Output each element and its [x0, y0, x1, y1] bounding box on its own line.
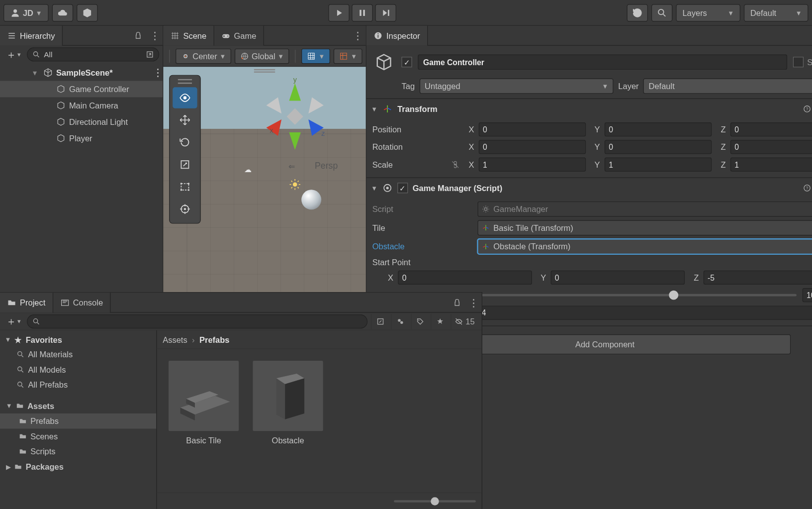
rotation-z[interactable]	[730, 140, 812, 154]
static-toggle[interactable]: Static ▼	[793, 57, 812, 67]
scale-y[interactable]	[605, 158, 712, 172]
active-checkbox[interactable]	[401, 57, 412, 67]
collapse-icon[interactable]: ▼	[371, 185, 377, 192]
rotation-x[interactable]	[479, 140, 586, 154]
projection-label[interactable]: Persp	[315, 160, 338, 170]
gameobject-name-field[interactable]	[418, 54, 787, 70]
scene-menu-icon[interactable]: ⋮	[153, 66, 163, 79]
startpoint-x[interactable]	[398, 271, 532, 285]
create-dropdown[interactable]: ＋▾	[3, 47, 23, 61]
global-search-button[interactable]	[651, 4, 672, 21]
no-obstacles-value[interactable]	[478, 305, 812, 319]
hierarchy-item-game-controller[interactable]: Game Controller	[0, 81, 163, 97]
asset-basic-tile[interactable]: Basic Tile	[169, 361, 239, 445]
scale-z[interactable]	[730, 158, 812, 172]
crumb-prefabs[interactable]: Prefabs	[199, 335, 229, 344]
undo-history-button[interactable]	[627, 4, 648, 21]
folder-scenes[interactable]: Scenes	[0, 429, 156, 444]
rotate-tool[interactable]	[173, 132, 197, 153]
lock-icon[interactable]	[449, 294, 465, 310]
rotation-y[interactable]	[605, 140, 712, 154]
folder-prefabs[interactable]: Prefabs	[0, 413, 156, 429]
package-button[interactable]	[77, 4, 97, 21]
tab-console[interactable]: Console	[53, 293, 111, 312]
transform-tool[interactable]	[173, 199, 197, 219]
obstacle-field[interactable]: Obstacle (Transform) ⊙	[478, 239, 812, 254]
help-icon[interactable]: ?	[803, 184, 811, 192]
panel-menu-icon[interactable]: ⋮	[146, 27, 163, 44]
project-create-dropdown[interactable]: ＋▾	[3, 314, 23, 328]
position-y[interactable]	[605, 122, 712, 136]
help-icon[interactable]: ?	[803, 105, 811, 113]
static-checkbox[interactable]	[793, 57, 804, 67]
favorites-header[interactable]: ▼★ Favorites	[0, 333, 156, 347]
hierarchy-item-main-camera[interactable]: Main Camera	[0, 97, 163, 113]
view-tool[interactable]	[173, 87, 197, 108]
filter-by-type-icon[interactable]	[391, 313, 409, 329]
overlay-drag-handle[interactable]	[254, 69, 275, 73]
pause-button[interactable]	[352, 4, 372, 21]
tab-inspector[interactable]: Inspector	[366, 25, 428, 45]
hidden-toggle[interactable]: 15	[451, 313, 478, 329]
collapse-icon[interactable]: ▼	[371, 105, 377, 112]
svg-point-7	[185, 55, 186, 56]
packages-folder[interactable]: ▶Packages	[0, 459, 156, 475]
scale-tool[interactable]	[173, 154, 197, 175]
move-tool[interactable]	[173, 109, 197, 130]
constrain-icon[interactable]	[451, 160, 460, 169]
panel-menu-icon[interactable]: ⋮	[465, 294, 482, 310]
cloud-button[interactable]	[52, 4, 73, 21]
crumb-assets[interactable]: Assets	[163, 335, 187, 344]
tab-project[interactable]: Project	[0, 293, 53, 312]
step-button[interactable]	[375, 4, 396, 21]
startpoint-z[interactable]	[704, 271, 812, 285]
spawn-slider[interactable]	[478, 294, 797, 297]
tab-scene[interactable]: Scene	[163, 25, 214, 45]
orientation-gizmo[interactable]: y x z	[256, 77, 332, 153]
grid-snap-button[interactable]: ▼	[301, 48, 330, 64]
spawn-value[interactable]	[803, 288, 812, 302]
expand-search-icon[interactable]	[146, 50, 154, 58]
toolstrip-drag-handle[interactable]	[178, 79, 192, 84]
hierarchy-search[interactable]	[27, 47, 159, 61]
component-enabled-checkbox[interactable]	[397, 183, 408, 193]
project-search-input[interactable]	[44, 317, 362, 326]
tab-game[interactable]: Game	[214, 25, 264, 45]
layer-dropdown[interactable]: Default▼	[643, 79, 812, 94]
hierarchy-item-player[interactable]: Player	[0, 130, 163, 146]
favorite-all-materials[interactable]: All Materials	[16, 347, 156, 362]
favorite-icon[interactable]	[431, 313, 449, 329]
position-z[interactable]	[730, 122, 812, 136]
thumbnail-size-slider[interactable]	[394, 500, 476, 503]
transform-icon	[482, 242, 490, 250]
expand-search-icon[interactable]	[371, 313, 389, 329]
play-button[interactable]	[328, 4, 349, 21]
snap-increment-button[interactable]: ▼	[334, 48, 362, 64]
collapse-icon[interactable]: ▾	[33, 68, 40, 78]
hierarchy-search-input[interactable]	[44, 50, 142, 59]
favorite-all-prefabs[interactable]: All Prefabs	[16, 377, 156, 393]
filter-by-label-icon[interactable]	[411, 313, 429, 329]
startpoint-y[interactable]	[551, 271, 685, 285]
scene-row[interactable]: ▾ SampleScene* ⋮	[0, 64, 163, 81]
rect-tool[interactable]	[173, 176, 197, 197]
tag-dropdown[interactable]: Untagged▼	[419, 79, 613, 94]
hierarchy-item-directional-light[interactable]: Directional Light	[0, 113, 163, 130]
panel-menu-icon[interactable]: ⋮	[350, 27, 366, 44]
pivot-dropdown[interactable]: Center▼	[176, 48, 231, 64]
folder-scripts[interactable]: Scripts	[0, 444, 156, 459]
assets-folder[interactable]: ▼Assets	[0, 398, 156, 413]
asset-obstacle[interactable]: Obstacle	[253, 361, 323, 445]
tab-hierarchy[interactable]: Hierarchy	[0, 25, 63, 45]
favorite-all-models[interactable]: All Models	[16, 362, 156, 377]
tile-field[interactable]: Basic Tile (Transform) ⊙	[478, 220, 812, 236]
project-search[interactable]	[27, 314, 368, 328]
layout-dropdown[interactable]: Default▼	[744, 4, 808, 21]
account-button[interactable]: JD ▼	[3, 4, 48, 21]
layers-dropdown[interactable]: Layers▼	[676, 4, 740, 21]
scale-x[interactable]	[479, 158, 586, 172]
space-dropdown[interactable]: Global▼	[235, 48, 289, 64]
lock-icon[interactable]	[130, 27, 146, 44]
script-field[interactable]: GameManager ⊙	[478, 202, 812, 217]
position-x[interactable]	[479, 122, 586, 136]
